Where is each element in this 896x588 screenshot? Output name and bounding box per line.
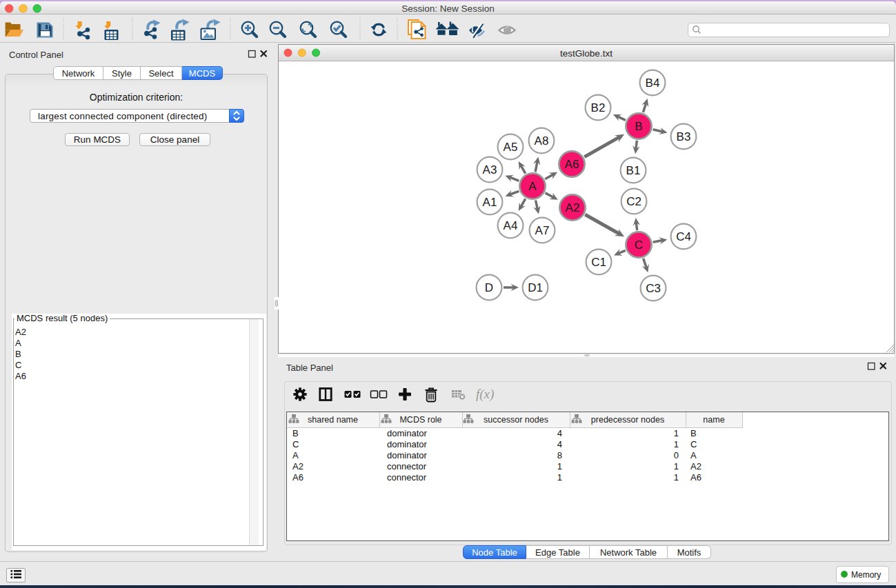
svg-text:C4: C4	[676, 230, 691, 243]
svg-text:A4: A4	[504, 219, 518, 232]
svg-text:A2: A2	[566, 201, 580, 214]
svg-text:C2: C2	[626, 195, 641, 208]
svg-text:A7: A7	[535, 224, 550, 237]
svg-text:D1: D1	[528, 281, 543, 294]
svg-text:C: C	[635, 239, 643, 252]
svg-text:f(x): f(x)	[476, 387, 494, 402]
svg-text:A3: A3	[483, 163, 497, 176]
svg-text:A6: A6	[565, 158, 579, 171]
svg-text:B3: B3	[677, 130, 691, 143]
svg-text:A5: A5	[504, 141, 518, 154]
svg-text:A1: A1	[483, 196, 497, 209]
svg-text:A8: A8	[535, 134, 549, 148]
svg-text:B4: B4	[646, 77, 660, 90]
svg-text:A: A	[528, 180, 537, 193]
svg-text:D: D	[485, 281, 493, 294]
svg-text:C1: C1	[591, 256, 606, 269]
svg-text:B2: B2	[591, 101, 606, 114]
svg-text:C3: C3	[646, 282, 661, 295]
svg-text:B1: B1	[626, 164, 641, 177]
svg-text:B: B	[635, 120, 642, 133]
